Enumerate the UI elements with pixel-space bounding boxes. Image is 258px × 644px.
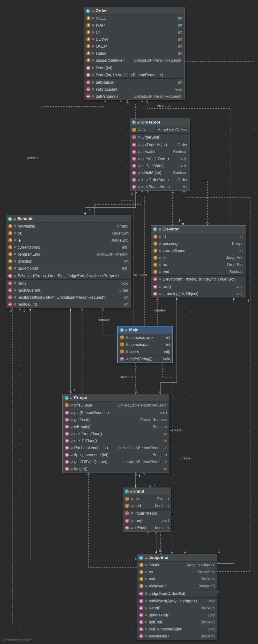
field-row[interactable]: ffloorsint[] — [118, 348, 172, 355]
member-name: lookStatusAt(int) — [142, 185, 170, 189]
field-row[interactable]: fstatusint — [84, 50, 184, 57]
class-header-order[interactable]: COrder — [84, 7, 184, 15]
class-header-prrepo[interactable]: CPrrepo — [63, 394, 169, 402]
class-prrepo[interactable]: CPrrepoffafsQueueLinkedList<PersonReques… — [62, 394, 169, 472]
field-row[interactable]: fOPENint — [84, 43, 184, 50]
method-row[interactable]: mrun()void — [151, 283, 246, 290]
field-row[interactable]: fdirectionint — [6, 258, 130, 265]
method-row[interactable]: msetNullAt(int)void — [130, 162, 190, 169]
diagram-canvas[interactable]: Powered by yFiles «create»«create»«creat… — [0, 0, 258, 644]
field-row[interactable]: fprrWaitingPrrepo — [6, 223, 130, 230]
field-row[interactable]: fendBoolean — [151, 268, 246, 275]
field-row[interactable]: finputsArrayList<Input> — [137, 562, 217, 568]
constructor-row[interactable]: mSchduler(Prrepo, OrderSlot, JudgeEnd, A… — [6, 272, 130, 279]
methods-section: mmain(String[])void — [118, 355, 172, 362]
member-name: status — [96, 51, 106, 56]
fields-section: fprrWaitingPrrepofosOrderSlotfjeJudgeEnd… — [6, 223, 130, 272]
field-row[interactable]: fpsngertobetakenLinkedList<PersonRequest… — [84, 57, 184, 64]
field-row[interactable]: fpsngrsInElesArrayList<Prrepo> — [6, 251, 130, 258]
constructor-row[interactable]: mOrder(int) — [84, 64, 184, 71]
class-order[interactable]: COrderfNULLintfWAITintfUPintfDOWNintfOPE… — [84, 7, 185, 100]
method-row[interactable]: msetAt(int, Order)void — [130, 155, 190, 162]
method-row[interactable]: mlookStatusAt(int)int — [130, 183, 190, 190]
class-header-elevator[interactable]: CElevator — [151, 226, 246, 233]
method-row[interactable]: mput(PersonRequest)void — [63, 409, 169, 416]
method-row[interactable]: mupdateend()void — [137, 612, 217, 618]
field-row[interactable]: fendboolean — [123, 502, 171, 509]
field-row[interactable]: fslotArrayList<Order> — [130, 126, 190, 133]
method-row[interactable]: mgetStatus()int — [84, 79, 184, 86]
field-row[interactable]: fnumofinputint — [118, 341, 172, 348]
method-row[interactable]: misEnd()boolean — [123, 524, 171, 531]
constructor-row[interactable]: mElevator(int, Prrepo, JudgeEnd, OrderSl… — [151, 276, 246, 283]
field-row[interactable]: fjeJudgeEnd — [151, 254, 246, 261]
constructor-row[interactable]: mOrder(int, LinkedList<PersonRequest>) — [84, 71, 184, 78]
constructor-row[interactable]: mOrderSlot() — [130, 134, 190, 141]
member-name: currentfloorid — [163, 248, 185, 253]
class-orderslot[interactable]: COrderSlotfslotArrayList<Order>mOrderSlo… — [130, 118, 190, 190]
class-header-schduler[interactable]: CSchduler — [6, 215, 130, 223]
method-row[interactable]: mnexttargetflooridAt(int, LinkedList<Per… — [6, 294, 130, 301]
method-row[interactable]: misend()Boolean — [137, 604, 217, 612]
method-row[interactable]: mgetOrderAt(int)Order — [130, 141, 190, 148]
method-row[interactable]: mnextOrder(int)Order — [6, 287, 130, 294]
class-main[interactable]: CMainfnumofelevatorintfnumofinputintfflo… — [117, 326, 173, 363]
method-row[interactable]: mifpsngrsneedout(int)Boolean — [63, 451, 169, 458]
method-row[interactable]: mgetEnd()Boolean — [137, 618, 217, 626]
class-input[interactable]: CInputfprrPrrepofendbooleanmInput(Prrepo… — [122, 488, 171, 532]
method-row[interactable]: melesallend()Boolean — [137, 633, 217, 640]
field-row[interactable]: fosOrderSlot — [6, 230, 130, 237]
field-row[interactable]: fprrPrrepo — [123, 495, 171, 502]
method-row[interactable]: maddWatch(ArrayList<Input>)void — [137, 598, 217, 604]
method-row[interactable]: misrunning(int, Object)void — [151, 290, 246, 297]
method-row[interactable]: mnextFromFloor()int — [63, 430, 169, 437]
class-header-main[interactable]: CMain — [118, 326, 172, 334]
field-row[interactable]: fpassengerPrrepo — [151, 240, 246, 247]
field-row[interactable]: fcurrentflooridint — [151, 247, 246, 254]
method-row[interactable]: misNullAt(int)Boolean — [130, 169, 190, 176]
field-row[interactable]: fnumofelevatorint — [118, 334, 172, 341]
method-row[interactable]: mgetPsngers()LinkedList<PersonRequest> — [84, 93, 184, 100]
field-row[interactable]: fjeJudgeEnd — [6, 237, 130, 244]
method-row[interactable]: msetElehasendAt(int)void — [137, 626, 217, 633]
field-row[interactable]: felehasendBoolean[] — [137, 582, 217, 590]
constructor-row[interactable]: mInput(Prrepo) — [123, 510, 171, 517]
member-name: getPsngers() — [96, 94, 118, 99]
method-row[interactable]: mrun()void — [123, 517, 171, 524]
field-row[interactable]: ffafsQueueLinkedList<PersonRequest> — [63, 402, 169, 409]
field-row[interactable]: fcurrentflooridint[] — [6, 244, 130, 251]
class-header-input[interactable]: CInput — [123, 488, 171, 495]
class-judgeend[interactable]: CJudgeEndfinputsArrayList<Input>fosOrder… — [137, 554, 217, 640]
method-row[interactable]: mgetItOfFafsQueue()Iterator<PersonReques… — [63, 458, 169, 465]
methods-section: mgetStatus()intmsetStatus(int)voidmgetPs… — [84, 78, 184, 100]
field-row[interactable]: fUPint — [84, 29, 184, 36]
field-row[interactable]: fWAITint — [84, 22, 184, 29]
method-row[interactable]: mrealtoid(int)int — [6, 301, 130, 308]
class-schduler[interactable]: CSchdulerfprrWaitingPrrepofosOrderSlotfj… — [6, 215, 131, 308]
field-row[interactable]: fendBoolean — [137, 576, 217, 582]
method-row[interactable]: mrun()void — [6, 280, 130, 287]
member-type: int — [175, 80, 182, 85]
member-type: int — [163, 342, 170, 347]
method-row[interactable]: misEmpty()Boolean — [63, 423, 169, 430]
method-row[interactable]: mlookOrderAt(int)Order — [130, 176, 190, 183]
constructor-row[interactable]: mJudgeEnd(OrderSlot) — [137, 590, 217, 597]
field-row[interactable]: fosOrderSlot — [137, 568, 217, 576]
class-header-judgeend[interactable]: CJudgeEnd — [137, 554, 217, 562]
field-row[interactable]: ftargetflooridint[] — [6, 265, 130, 272]
class-name: Elevator — [162, 227, 179, 232]
method-row[interactable]: mgetFirst()PersonRequest — [63, 416, 169, 423]
class-header-orderslot[interactable]: COrderSlot — [130, 119, 190, 126]
method-row[interactable]: mlength()int — [63, 465, 169, 472]
field-row[interactable]: fidint — [151, 233, 246, 240]
key-icon — [125, 329, 128, 331]
method-row[interactable]: mmain(String[])void — [118, 356, 172, 362]
field-row[interactable]: fosOrderSlot — [151, 261, 246, 268]
field-row[interactable]: fDOWNint — [84, 36, 184, 43]
field-row[interactable]: fNULLint — [84, 15, 184, 22]
class-elevator[interactable]: CElevatorfidintfpassengerPrrepofcurrentf… — [151, 226, 246, 298]
method-row[interactable]: mPrtobetaken(int, int)LinkedList<PersonR… — [63, 444, 169, 451]
method-row[interactable]: msetStatus(int)void — [84, 86, 184, 93]
method-row[interactable]: mallwait()Boolean — [130, 148, 190, 155]
method-row[interactable]: mnextToFloor()int — [63, 437, 169, 444]
